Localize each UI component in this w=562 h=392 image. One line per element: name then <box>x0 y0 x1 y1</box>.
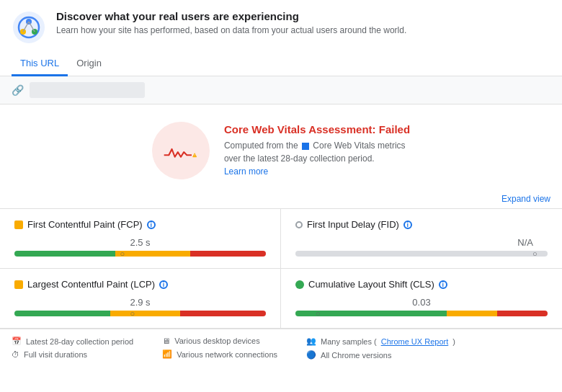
tab-origin[interactable]: Origin <box>68 52 110 76</box>
link-icon: 🔗 <box>12 84 24 96</box>
header-title: Discover what your real users are experi… <box>56 10 406 22</box>
fid-bar <box>295 251 548 257</box>
cls-info-icon[interactable]: i <box>439 280 447 289</box>
chrome-icon: 🔵 <box>306 350 316 360</box>
header-text: Discover what your real users are experi… <box>56 10 406 35</box>
tab-bar: This URL Origin <box>0 52 562 76</box>
footer-collection-period: 📅 Latest 28-day collection period <box>12 337 133 346</box>
cls-bar-container: ○ <box>295 311 548 316</box>
fcp-label: First Contentful Paint (FCP) <box>27 219 143 230</box>
footer-col-2: 🖥 Various desktop devices 📶 Various netw… <box>162 337 277 360</box>
tab-this-url[interactable]: This URL <box>12 52 68 76</box>
metric-lcp: Largest Contentful Paint (LCP) i 2.9 s ○ <box>0 269 281 329</box>
fid-bar-gray <box>295 251 548 257</box>
page-footer: 📅 Latest 28-day collection period ⏱ Full… <box>0 329 562 367</box>
url-bar: 🔗 <box>0 76 562 104</box>
fcp-bar-container: ○ <box>14 251 266 257</box>
expand-row: Expand view <box>0 191 562 208</box>
fcp-header: First Contentful Paint (FCP) i <box>14 219 266 230</box>
footer-desktop: 🖥 Various desktop devices <box>162 337 277 345</box>
cls-bar-orange <box>447 311 497 316</box>
wifi-icon: 📶 <box>162 349 172 359</box>
fid-bar-container: ○ <box>295 251 548 257</box>
cls-dot <box>295 280 304 289</box>
footer-col-1: 📅 Latest 28-day collection period ⏱ Full… <box>12 337 133 360</box>
lcp-bar-container: ○ <box>14 311 266 316</box>
assessment-text: Core Web Vitals Assessment: Failed Compu… <box>224 123 410 178</box>
learn-more-link[interactable]: Learn more <box>224 166 268 177</box>
assessment-icon: ! <box>152 122 210 179</box>
metric-cls: Cumulative Layout Shift (CLS) i 0.03 ○ <box>281 269 562 329</box>
fcp-marker: ○ <box>120 249 125 258</box>
header-subtitle: Learn how your site has performed, based… <box>56 25 406 35</box>
header-icon <box>12 10 46 45</box>
cls-header: Cumulative Layout Shift (CLS) i <box>295 279 548 290</box>
url-input[interactable] <box>30 82 145 98</box>
svg-point-0 <box>13 12 45 43</box>
fcp-bar <box>14 251 266 257</box>
fid-value: N/A <box>295 237 548 248</box>
cls-label: Cumulative Layout Shift (CLS) <box>308 279 434 290</box>
chrome-ux-report-link[interactable]: Chrome UX Report <box>381 337 449 346</box>
metric-fcp: First Contentful Paint (FCP) i 2.5 s ○ <box>0 209 281 269</box>
footer-samples: 👥 Many samples (Chrome UX Report) <box>306 337 455 346</box>
cls-bar <box>295 311 548 316</box>
footer-chrome-versions: 🔵 All Chrome versions <box>306 350 455 360</box>
cls-marker: ○ <box>316 309 321 318</box>
lcp-bar <box>14 311 266 316</box>
expand-view-link[interactable]: Expand view <box>501 194 550 204</box>
lcp-header: Largest Contentful Paint (LCP) i <box>14 279 266 290</box>
desktop-icon: 🖥 <box>162 337 170 345</box>
fid-marker: ○ <box>532 249 538 258</box>
lcp-bar-orange <box>110 311 181 316</box>
calendar-icon: 📅 <box>12 337 22 346</box>
fid-header: First Input Delay (FID) i <box>295 219 548 230</box>
assessment-section: ! Core Web Vitals Assessment: Failed Com… <box>0 104 562 191</box>
cls-value: 0.03 <box>295 297 548 308</box>
lcp-bar-green <box>14 311 110 316</box>
assessment-desc: Computed from the Core Web Vitals metric… <box>224 139 410 178</box>
fcp-dot <box>14 220 23 229</box>
page-header: Discover what your real users are experi… <box>0 0 562 52</box>
fcp-bar-orange <box>115 251 191 257</box>
lcp-bar-red <box>180 311 266 316</box>
lcp-value: 2.9 s <box>14 297 266 308</box>
lcp-marker: ○ <box>130 309 135 318</box>
lcp-dot <box>14 280 23 289</box>
fid-label: First Input Delay (FID) <box>307 219 399 230</box>
fcp-bar-red <box>190 251 266 257</box>
footer-network: 📶 Various network connections <box>162 349 277 359</box>
assessment-title: Core Web Vitals Assessment: Failed <box>224 123 410 135</box>
footer-visit-duration: ⏱ Full visit durations <box>12 350 133 359</box>
cls-bar-red <box>497 311 548 316</box>
metric-fid: First Input Delay (FID) i N/A ○ <box>281 209 562 269</box>
metrics-grid: First Contentful Paint (FCP) i 2.5 s ○ F… <box>0 208 562 329</box>
svg-text:!: ! <box>194 153 195 157</box>
fcp-info-icon[interactable]: i <box>147 220 156 229</box>
fid-info-icon[interactable]: i <box>403 220 412 229</box>
lcp-label: Largest Contentful Paint (LCP) <box>27 279 155 290</box>
fid-dot <box>295 221 303 228</box>
fcp-bar-green <box>14 251 115 257</box>
blue-square-icon <box>302 143 309 150</box>
fcp-value: 2.5 s <box>14 237 266 248</box>
users-icon: 👥 <box>306 337 316 346</box>
time-icon: ⏱ <box>12 350 19 359</box>
footer-col-3: 👥 Many samples (Chrome UX Report) 🔵 All … <box>306 337 455 360</box>
lcp-info-icon[interactable]: i <box>159 280 168 289</box>
